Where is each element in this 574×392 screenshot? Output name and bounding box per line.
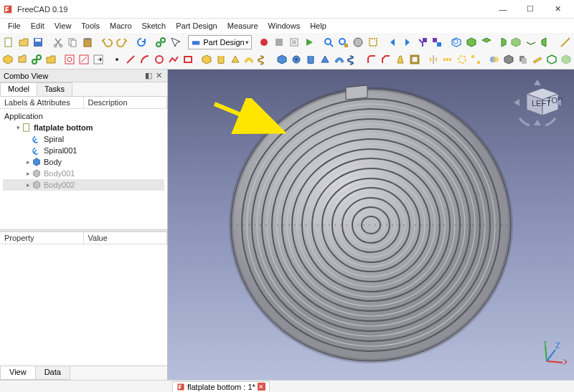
- polyline-icon[interactable]: [167, 52, 181, 67]
- line-icon[interactable]: [124, 52, 138, 67]
- sweep-icon[interactable]: [243, 52, 256, 67]
- thickness-icon[interactable]: [408, 52, 421, 67]
- navcube-rotate-ccw-icon[interactable]: [519, 118, 530, 125]
- fillet-icon[interactable]: [365, 52, 379, 67]
- arc-icon[interactable]: [138, 52, 152, 67]
- pocket-icon[interactable]: [276, 52, 289, 67]
- multitransform-icon[interactable]: [469, 52, 483, 67]
- expand-icon[interactable]: ▸: [24, 170, 32, 177]
- copy-icon[interactable]: [65, 34, 80, 50]
- right-view-icon[interactable]: [494, 34, 509, 50]
- menu-edit[interactable]: Edit: [26, 20, 50, 32]
- measure-dist-icon[interactable]: [558, 34, 573, 50]
- rect-icon[interactable]: [181, 52, 194, 67]
- clone-icon[interactable]: [517, 52, 530, 67]
- part-group-icon[interactable]: [16, 52, 29, 67]
- menu-part-design[interactable]: Part Design: [171, 20, 222, 32]
- save-icon[interactable]: [32, 34, 46, 50]
- menu-view[interactable]: View: [50, 20, 77, 32]
- go-linked-icon[interactable]: [415, 34, 430, 50]
- paste-icon[interactable]: [80, 34, 95, 50]
- sketch-new-icon[interactable]: [63, 52, 77, 67]
- navcube-arrow-left-icon[interactable]: [514, 99, 519, 106]
- part-box-icon[interactable]: [1, 52, 15, 67]
- rear-view-icon[interactable]: [509, 34, 524, 50]
- model-tree[interactable]: Application ▾ flatplate bottom Spiral Sp…: [0, 109, 167, 229]
- draft-icon[interactable]: [394, 52, 408, 67]
- workbench-selector[interactable]: Part Design: [188, 35, 252, 49]
- cut-icon[interactable]: [51, 34, 65, 50]
- boolean-icon[interactable]: [488, 52, 502, 67]
- linear-pattern-icon[interactable]: [441, 52, 454, 67]
- bounding-box-icon[interactable]: [366, 34, 380, 50]
- tree-item-body[interactable]: Body: [44, 158, 62, 166]
- sub-sweep-icon[interactable]: [332, 52, 346, 67]
- sub-helix-icon[interactable]: [347, 52, 360, 67]
- datum-plane-icon[interactable]: [531, 52, 545, 67]
- macro-record-icon[interactable]: [257, 34, 271, 50]
- sketch-edit-icon[interactable]: [77, 52, 90, 67]
- left-view-icon[interactable]: [539, 34, 553, 50]
- bottom-view-icon[interactable]: [524, 34, 538, 50]
- new-icon[interactable]: [1, 34, 16, 50]
- mirror-icon[interactable]: [426, 52, 440, 67]
- expand-icon[interactable]: ▸: [24, 181, 32, 188]
- revolution-icon[interactable]: [214, 52, 227, 67]
- panel-float-icon[interactable]: ◧: [144, 71, 154, 80]
- menu-windows[interactable]: Windows: [263, 20, 306, 32]
- std-link-icon[interactable]: [30, 52, 44, 67]
- macro-list-icon[interactable]: [287, 34, 301, 50]
- nav-fwd-icon[interactable]: [400, 34, 415, 50]
- point-icon[interactable]: [110, 52, 123, 67]
- helix-icon[interactable]: [257, 52, 270, 67]
- menu-file[interactable]: File: [3, 20, 26, 32]
- expand-icon[interactable]: ▾: [14, 124, 22, 131]
- sub-loft-icon[interactable]: [318, 52, 331, 67]
- navcube-rotate-cw-icon[interactable]: [545, 118, 555, 125]
- tab-tasks[interactable]: Tasks: [37, 82, 72, 96]
- document-tab-close-icon[interactable]: ✕: [258, 383, 265, 391]
- menu-tools[interactable]: Tools: [76, 20, 105, 32]
- migrate-icon[interactable]: [502, 52, 516, 67]
- navcube-arrow-up-icon[interactable]: [534, 80, 541, 85]
- document-tab[interactable]: flatplate bottom : 1* ✕: [172, 381, 270, 393]
- link-icon[interactable]: [154, 34, 168, 50]
- navigation-cube[interactable]: LEFT TOP: [505, 74, 570, 138]
- maximize-button[interactable]: ☐: [517, 0, 544, 19]
- groove-icon[interactable]: [304, 52, 317, 67]
- shapebinder-icon[interactable]: [545, 52, 558, 67]
- menu-sketch[interactable]: Sketch: [137, 20, 171, 32]
- nav-back-icon[interactable]: [385, 34, 400, 50]
- tree-doc-label[interactable]: flatplate bottom: [34, 123, 93, 132]
- loft-icon[interactable]: [228, 52, 242, 67]
- draw-style-icon[interactable]: [351, 34, 365, 50]
- subshapebinder-icon[interactable]: [559, 52, 573, 67]
- macro-stop-icon[interactable]: [272, 34, 286, 50]
- expand-icon[interactable]: ▸: [24, 158, 32, 166]
- chamfer-icon[interactable]: [380, 52, 393, 67]
- open-icon[interactable]: [17, 34, 31, 50]
- tree-item-body001[interactable]: Body001: [44, 169, 75, 178]
- navcube-arrow-down-icon[interactable]: [534, 120, 541, 125]
- menu-help[interactable]: Help: [305, 20, 331, 32]
- tree-item-body002[interactable]: Body002: [44, 181, 75, 189]
- front-view-icon[interactable]: [464, 34, 479, 50]
- menu-measure[interactable]: Measure: [222, 20, 263, 32]
- iso-view-icon[interactable]: [450, 34, 464, 50]
- panel-close-icon[interactable]: ✕: [154, 71, 164, 80]
- undo-icon[interactable]: [100, 34, 114, 50]
- refresh-icon[interactable]: [134, 34, 149, 50]
- minimize-button[interactable]: —: [489, 0, 517, 19]
- polar-pattern-icon[interactable]: [455, 52, 469, 67]
- 3d-viewport[interactable]: LEFT TOP X Y Z: [168, 70, 574, 380]
- redo-icon[interactable]: [115, 34, 129, 50]
- group-icon[interactable]: [44, 52, 58, 67]
- fit-all-icon[interactable]: [321, 34, 336, 50]
- tab-model[interactable]: Model: [0, 82, 37, 96]
- menu-macro[interactable]: Macro: [105, 20, 137, 32]
- hole-icon[interactable]: [290, 52, 304, 67]
- circle-icon[interactable]: [153, 52, 166, 67]
- select-linked-icon[interactable]: [430, 34, 444, 50]
- pad-icon[interactable]: [199, 52, 213, 67]
- tab-data[interactable]: Data: [35, 366, 70, 380]
